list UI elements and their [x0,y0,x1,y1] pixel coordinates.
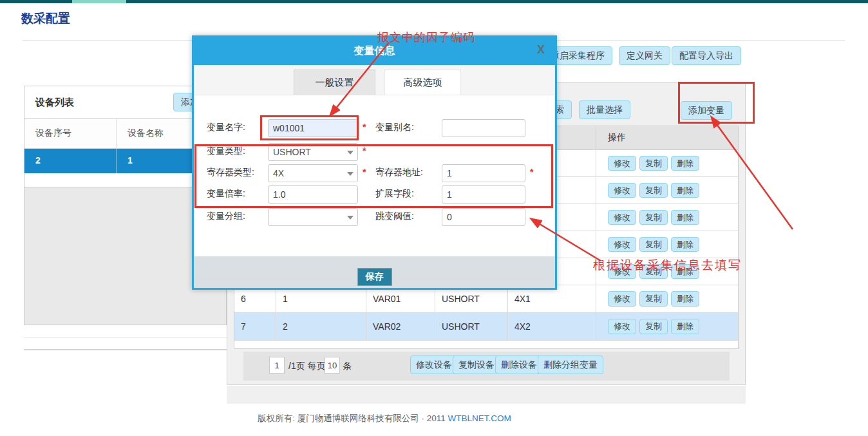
required-mark: * [363,122,366,132]
modify-device-button[interactable]: 修改设备 [410,355,458,374]
modify-button[interactable]: 修改 [608,291,636,307]
tab-general-settings[interactable]: 一般设置 [294,70,375,95]
var-type-select[interactable]: USHORT [268,143,358,161]
table-row-highlighted[interactable]: 7 2 VAR02 USHORT 4X2 修改 复制 删除 [234,313,738,341]
copy-button[interactable]: 复制 [639,237,668,252]
copy-button[interactable]: 复制 [639,156,668,171]
modify-button[interactable]: 修改 [608,210,636,225]
save-button[interactable]: 保存 [357,268,392,286]
ext-field-label: 扩展字段: [375,188,414,200]
copy-device-button[interactable]: 复制设备 [453,355,500,374]
device-col-seq: 设备序号 [24,119,117,148]
modify-button[interactable]: 修改 [608,183,636,198]
var-alias-label: 变量别名: [375,122,414,133]
copyright-text: 版权所有: 厦门物通博联网络科技有限公司 · 2011 [258,413,446,423]
cell-actions: 修改 复制 删除 [596,231,738,258]
cell: 2 [276,313,366,341]
required-mark: * [363,146,366,156]
cell-actions: 修改 复制 删除 [596,204,738,231]
delete-button[interactable]: 删除 [671,156,699,171]
modify-button[interactable]: 修改 [608,319,636,334]
page-title: 数采配置 [21,10,70,27]
top-accent-bar-segment [72,0,126,3]
copy-button[interactable]: 复制 [639,183,668,198]
required-mark: * [363,167,366,177]
batch-select-button[interactable]: 批量选择 [579,100,630,119]
footer: 版权所有: 厦门物通博联网络科技有限公司 · 2011 WTBLNET.COM [24,413,745,424]
reg-type-select[interactable]: 4X [268,164,358,182]
modify-button[interactable]: 修改 [608,264,636,280]
delete-button[interactable]: 删除 [671,319,699,334]
copy-button[interactable]: 复制 [639,291,668,307]
page: 数采配置 重启采集程序 定义网关 配置导入导出 设备列表 添加设备 设备序号 设… [0,0,868,436]
modal-titlebar: 变量信息 X [194,37,555,65]
delete-device-button[interactable]: 删除设备 [495,355,543,374]
cell-actions: 修改 复制 删除 [596,285,738,313]
table-empty-row [234,341,738,348]
ext-field-input[interactable] [442,185,525,204]
var-alias-input[interactable] [442,119,525,137]
delete-button[interactable]: 删除 [671,183,699,198]
page-size-input[interactable] [325,357,340,374]
left-divider-2 [24,349,227,350]
var-name-input[interactable] [268,119,358,137]
cell: 7 [234,313,276,341]
config-import-export-button[interactable]: 配置导入导出 [672,46,741,65]
tab-advanced-options[interactable]: 高级选项 [384,70,461,95]
top-accent-bar [0,0,868,3]
pagination-bar: /1页 每页 条 修改设备 复制设备 删除设备 删除分组变量 [243,352,730,381]
var-name-label: 变量名字: [207,122,245,133]
footer-link[interactable]: WTBLNET.COM [448,413,511,423]
var-type-label: 变量类型: [207,146,245,157]
delete-button[interactable]: 删除 [671,210,699,225]
var-group-label: 变量分组: [207,211,245,222]
modify-button[interactable]: 修改 [608,237,636,252]
delete-button[interactable]: 删除 [671,264,699,280]
device-seq-value: 2 [24,149,117,173]
required-mark: * [530,167,533,177]
cell-actions: 修改 复制 删除 [596,258,738,285]
delete-button[interactable]: 删除 [671,291,699,307]
variable-info-modal: 变量信息 X 一般设置 高级选项 变量名字: * 变量别名: 变量类型: USH… [192,35,557,290]
jump-threshold-label: 跳变阈值: [375,211,414,222]
reg-addr-label: 寄存器地址: [375,167,423,178]
jump-threshold-input[interactable] [442,208,525,226]
cell: 4X2 [508,313,596,341]
add-variable-button[interactable]: 添加变量 [681,101,732,120]
var-scale-label: 变量倍率: [207,188,245,200]
page-number-input[interactable] [269,357,285,374]
var-scale-input[interactable] [268,185,358,204]
delete-group-vars-button[interactable]: 删除分组变量 [538,355,603,374]
var-group-select[interactable] [268,208,358,226]
cell: USHORT [435,313,508,341]
reg-addr-input[interactable] [442,164,525,182]
left-divider-1 [24,337,227,338]
modal-tabbar: 一般设置 高级选项 [194,65,555,95]
cell-actions: 修改 复制 删除 [596,150,738,177]
variables-card-footer-strip [227,386,746,404]
reg-type-label: 寄存器类型: [207,167,254,178]
cell-actions: 修改 复制 删除 [596,313,738,341]
copy-button[interactable]: 复制 [639,264,668,280]
copy-button[interactable]: 复制 [639,210,668,225]
pages-label: /1页 每页 [288,361,326,372]
cell: VAR02 [366,313,435,341]
copy-button[interactable]: 复制 [639,319,668,334]
unit-label: 条 [343,361,352,372]
delete-button[interactable]: 删除 [671,237,699,252]
modal-title: 变量信息 [194,37,555,58]
modify-button[interactable]: 修改 [608,156,636,171]
define-gateway-button[interactable]: 定义网关 [619,46,670,65]
cell-actions: 修改 复制 删除 [596,177,738,204]
close-icon[interactable]: X [537,43,545,57]
header-cell-operation: 操作 [596,126,738,150]
device-list-title: 设备列表 [35,97,74,109]
